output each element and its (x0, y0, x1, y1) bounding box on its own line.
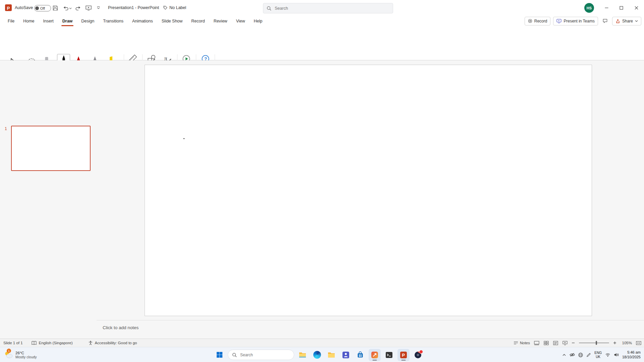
folder-icon[interactable] (325, 349, 337, 361)
close-icon (635, 6, 638, 10)
weather-condition: Mostly cloudy (15, 355, 37, 359)
notes-toggle-button[interactable]: Notes (514, 341, 530, 345)
notes-icon (514, 341, 518, 345)
comments-button[interactable] (601, 17, 609, 25)
sensitivity-label[interactable]: No Label (169, 5, 186, 10)
teams-icon[interactable] (340, 349, 352, 361)
ribbon-tabs: File Home Insert Draw Design Transitions… (3, 16, 267, 26)
clock[interactable]: 5:46 am 18/10/2025 (622, 350, 641, 359)
eye-icon[interactable] (570, 353, 575, 357)
tab-help[interactable]: Help (250, 16, 267, 26)
weather-notification-badge: 1 (7, 349, 11, 353)
browser-with-notification-icon[interactable] (412, 349, 424, 361)
zoom-slider[interactable] (579, 343, 609, 343)
windows-start-icon (216, 351, 223, 358)
record-icon (528, 19, 532, 23)
undo-dropdown-chevron-icon[interactable] (69, 7, 72, 9)
reading-view-icon[interactable] (553, 341, 558, 345)
tab-design[interactable]: Design (77, 16, 99, 26)
present-in-teams-icon (556, 19, 561, 23)
status-left: Slide 1 of 1 English (Singapore) Accessi… (0, 341, 137, 345)
quick-access-customize-button[interactable] (97, 6, 100, 10)
language-code: ENG (594, 351, 602, 355)
pen-icon[interactable] (586, 353, 591, 357)
chevron-down-icon (635, 20, 638, 22)
sensitivity-label-icon[interactable] (163, 5, 168, 10)
ink-dot (183, 138, 184, 139)
active-app-icon[interactable] (369, 349, 381, 361)
zoom-level[interactable]: 105% (621, 341, 632, 345)
network-icon[interactable] (605, 353, 610, 357)
save-button[interactable] (52, 5, 58, 11)
tab-file[interactable]: File (3, 16, 19, 26)
slideshow-icon (85, 5, 92, 11)
slide-show-view-icon[interactable] (562, 341, 568, 345)
undo-button[interactable] (63, 6, 69, 11)
accessibility-icon (88, 341, 93, 345)
slide-sorter-view-icon[interactable] (544, 341, 549, 345)
save-icon (52, 5, 58, 11)
taskbar-search-input[interactable] (239, 352, 288, 358)
zoom-slider-thumb[interactable] (596, 341, 597, 345)
taskbar-center: P (213, 347, 424, 362)
normal-view-icon[interactable] (534, 341, 539, 345)
spellcheck-book-icon[interactable] (32, 341, 37, 345)
slide-thumbnail-1[interactable] (11, 126, 91, 171)
tab-review[interactable]: Review (209, 16, 232, 26)
tab-record[interactable]: Record (187, 16, 209, 26)
tab-view[interactable]: View (232, 16, 250, 26)
close-button[interactable] (629, 0, 644, 16)
minimize-button[interactable] (599, 0, 614, 16)
tab-draw[interactable]: Draw (58, 16, 77, 26)
titlebar-search[interactable] (263, 3, 393, 13)
tab-home[interactable]: Home (19, 16, 39, 26)
powerpoint-taskbar-icon[interactable]: P (397, 349, 410, 361)
tab-insert[interactable]: Insert (39, 16, 58, 26)
tab-slide-show[interactable]: Slide Show (157, 16, 187, 26)
slide-thumbnails-panel: 1 (0, 60, 97, 339)
autosave-toggle[interactable]: Off (34, 5, 51, 11)
view-switcher (534, 341, 568, 345)
fit-to-window-icon[interactable] (636, 341, 641, 345)
tab-transitions[interactable]: Transitions (99, 16, 128, 26)
weather-widget[interactable]: 26°C Mostly cloudy 1 (2, 348, 39, 361)
edge-browser-icon[interactable] (311, 349, 323, 361)
volume-icon[interactable] (614, 353, 619, 357)
notes-placeholder[interactable]: Click to add notes (103, 325, 139, 330)
search-input[interactable] (274, 6, 376, 11)
present-in-teams-button[interactable]: Present in Teams (553, 17, 598, 25)
start-slideshow-button[interactable] (85, 5, 92, 11)
microsoft-store-icon[interactable] (354, 349, 366, 361)
powerpoint-window: P AutoSave Off Presentation1 - PowerPoin… (0, 0, 644, 362)
tab-animations[interactable]: Animations (128, 16, 157, 26)
globe-icon[interactable] (578, 353, 583, 357)
slide-canvas[interactable] (145, 65, 592, 316)
maximize-button[interactable] (614, 0, 629, 16)
file-explorer-icon[interactable] (297, 349, 309, 361)
account-avatar[interactable]: HS (584, 3, 594, 13)
undo-icon (63, 6, 69, 11)
maximize-icon (620, 6, 623, 10)
share-button[interactable]: Share (612, 17, 641, 25)
status-right: Notes 105% (514, 341, 644, 345)
autosave-state: Off (40, 6, 45, 10)
zoom-in-button[interactable] (613, 341, 616, 345)
title-bar: P AutoSave Off Presentation1 - PowerPoin… (0, 0, 644, 16)
language-switcher[interactable]: ENG UK (594, 351, 602, 359)
record-button[interactable]: Record (525, 17, 551, 25)
search-icon (232, 353, 237, 357)
autosave-label: AutoSave (15, 5, 33, 10)
slide-indicator[interactable]: Slide 1 of 1 (3, 341, 23, 345)
svg-text:P: P (402, 353, 405, 358)
accessibility-status[interactable]: Accessibility: Good to go (95, 341, 137, 345)
terminal-icon[interactable] (383, 349, 395, 361)
language-indicator[interactable]: English (Singapore) (39, 341, 73, 345)
notes-splitter[interactable] (97, 320, 644, 320)
search-icon (267, 6, 271, 11)
hidden-icons-chevron-icon[interactable] (562, 354, 566, 356)
start-button[interactable] (213, 349, 225, 361)
share-icon (615, 19, 620, 23)
zoom-out-button[interactable] (572, 341, 575, 345)
taskbar-search[interactable] (228, 350, 294, 360)
redo-button[interactable] (75, 6, 81, 11)
